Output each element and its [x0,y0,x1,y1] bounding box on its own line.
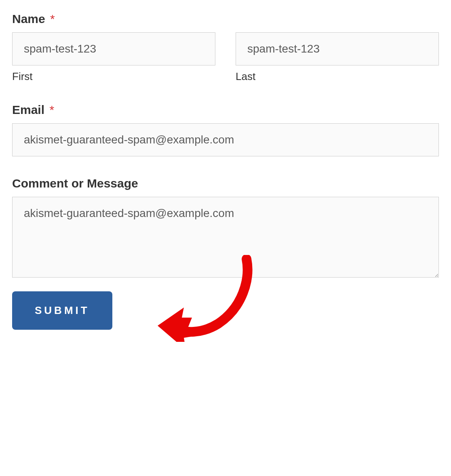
name-field-group: Name * First Last [12,12,439,83]
email-label: Email * [12,103,439,117]
email-label-text: Email [12,103,44,116]
email-input[interactable] [12,123,439,156]
last-name-input[interactable] [236,32,439,65]
comment-label-text: Comment or Message [12,177,138,190]
first-name-sublabel: First [12,70,215,83]
comment-field-group: Comment or Message [12,177,439,279]
required-asterisk: * [50,12,55,25]
name-label-text: Name [12,12,45,25]
first-name-input[interactable] [12,32,215,65]
name-label: Name * [12,12,439,26]
last-name-col: Last [236,32,439,83]
name-row: First Last [12,32,439,83]
submit-button[interactable]: SUBMIT [12,291,112,330]
first-name-col: First [12,32,215,83]
contact-form: Name * First Last Email * Comment or Mes… [12,12,439,330]
email-field-group: Email * [12,103,439,156]
comment-textarea[interactable] [12,197,439,278]
submit-row: SUBMIT [12,291,439,330]
last-name-sublabel: Last [236,70,439,83]
required-asterisk: * [49,103,54,116]
comment-label: Comment or Message [12,177,439,190]
